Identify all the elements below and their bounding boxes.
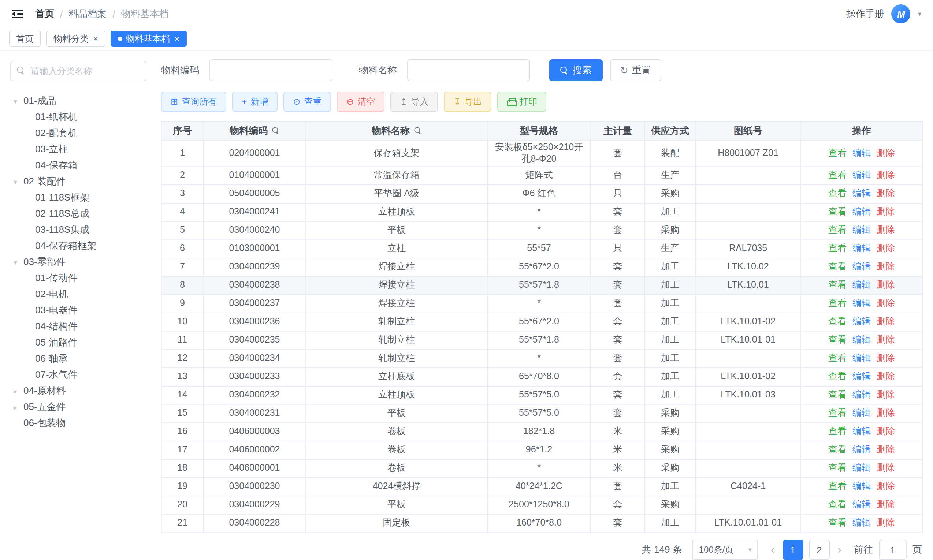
tree-subitem[interactable]: 05-油路件 — [10, 335, 146, 351]
clear-button[interactable]: ⊖清空 — [337, 91, 385, 112]
tree-item[interactable]: ▸05-五金件 — [10, 399, 146, 415]
edit-link[interactable]: 编辑 — [853, 262, 871, 272]
edit-link[interactable]: 编辑 — [853, 408, 871, 418]
export-button[interactable]: ↧导出 — [444, 91, 492, 112]
material-code-input[interactable] — [209, 59, 333, 81]
search-button[interactable]: 搜索 — [549, 59, 603, 81]
view-link[interactable]: 查看 — [828, 317, 847, 327]
column-search-icon[interactable] — [272, 127, 279, 134]
tab-active[interactable]: 物料基本档× — [111, 31, 187, 47]
delete-link[interactable]: 删除 — [877, 189, 895, 199]
tree-subitem[interactable]: 02-电机 — [10, 286, 146, 302]
view-link[interactable]: 查看 — [828, 335, 847, 345]
view-link[interactable]: 查看 — [828, 390, 847, 400]
caret-down-icon[interactable]: ▾ — [12, 258, 19, 266]
delete-link[interactable]: 删除 — [877, 335, 895, 345]
delete-link[interactable]: 删除 — [877, 445, 895, 455]
edit-link[interactable]: 编辑 — [853, 371, 871, 382]
add-button[interactable]: +新增 — [232, 91, 277, 112]
view-link[interactable]: 查看 — [828, 189, 847, 199]
view-link[interactable]: 查看 — [828, 298, 847, 309]
page-size-select[interactable]: 100条/页 ▾ — [693, 540, 758, 560]
manual-link[interactable]: 操作手册 — [846, 7, 884, 20]
delete-link[interactable]: 删除 — [877, 390, 895, 400]
view-link[interactable]: 查看 — [828, 481, 847, 492]
material-name-input[interactable] — [407, 59, 530, 81]
caret-down-icon[interactable]: ▾ — [12, 177, 19, 186]
delete-link[interactable]: 删除 — [877, 207, 895, 217]
next-page-icon[interactable]: › — [835, 544, 844, 556]
import-button[interactable]: ↥导入 — [390, 91, 438, 112]
query-all-button[interactable]: ⊞查询所有 — [161, 91, 226, 112]
edit-link[interactable]: 编辑 — [853, 518, 871, 528]
delete-link[interactable]: 删除 — [877, 170, 895, 180]
view-link[interactable]: 查看 — [828, 280, 847, 290]
view-link[interactable]: 查看 — [828, 148, 847, 158]
tree-item[interactable]: ▾01-成品 — [10, 93, 146, 109]
close-icon[interactable]: × — [93, 34, 98, 43]
edit-link[interactable]: 编辑 — [853, 189, 871, 199]
avatar[interactable]: M — [891, 5, 911, 23]
delete-link[interactable]: 删除 — [877, 426, 895, 437]
tree-item[interactable]: ▸04-原材料 — [10, 383, 146, 399]
edit-link[interactable]: 编辑 — [853, 148, 871, 158]
edit-link[interactable]: 编辑 — [853, 481, 871, 492]
edit-link[interactable]: 编辑 — [853, 335, 871, 345]
delete-link[interactable]: 删除 — [877, 463, 895, 473]
delete-link[interactable]: 删除 — [877, 225, 895, 235]
view-link[interactable]: 查看 — [828, 426, 847, 437]
edit-link[interactable]: 编辑 — [853, 463, 871, 473]
collapse-sidebar-icon[interactable] — [12, 9, 23, 18]
edit-link[interactable]: 编辑 — [853, 353, 871, 363]
edit-link[interactable]: 编辑 — [853, 426, 871, 437]
delete-link[interactable]: 删除 — [877, 518, 895, 528]
delete-link[interactable]: 删除 — [877, 317, 895, 327]
tree-subitem[interactable]: 03-电器件 — [10, 302, 146, 318]
tab-item[interactable]: 物料分类× — [46, 31, 105, 47]
edit-link[interactable]: 编辑 — [853, 243, 871, 254]
view-link[interactable]: 查看 — [828, 262, 847, 272]
view-link[interactable]: 查看 — [828, 371, 847, 382]
view-link[interactable]: 查看 — [828, 207, 847, 217]
delete-link[interactable]: 删除 — [877, 148, 895, 158]
view-link[interactable]: 查看 — [828, 518, 847, 528]
close-icon[interactable]: × — [174, 34, 179, 43]
delete-link[interactable]: 删除 — [877, 371, 895, 382]
page-button-1[interactable]: 1 — [782, 540, 803, 560]
caret-right-icon[interactable]: ▸ — [12, 403, 19, 411]
view-link[interactable]: 查看 — [828, 225, 847, 235]
view-link[interactable]: 查看 — [828, 353, 847, 363]
delete-link[interactable]: 删除 — [877, 280, 895, 290]
tree-subitem[interactable]: 04-保存箱框架 — [10, 238, 146, 254]
tree-subitem[interactable]: 03-立柱 — [10, 141, 146, 157]
tree-subitem[interactable]: 02-配套机 — [10, 125, 146, 141]
edit-link[interactable]: 编辑 — [853, 225, 871, 235]
edit-link[interactable]: 编辑 — [853, 207, 871, 217]
tree-subitem[interactable]: 07-水气件 — [10, 367, 146, 383]
tree-subitem[interactable]: 01-传动件 — [10, 270, 146, 286]
edit-link[interactable]: 编辑 — [853, 390, 871, 400]
check-duplicate-button[interactable]: ⊙查重 — [283, 91, 331, 112]
breadcrumb-section[interactable]: 料品档案 — [68, 7, 106, 20]
edit-link[interactable]: 编辑 — [853, 298, 871, 309]
category-search-input[interactable] — [10, 61, 146, 81]
tree-subitem[interactable]: 03-118S集成 — [10, 222, 146, 238]
chevron-down-icon[interactable]: ▾ — [918, 10, 921, 18]
tree-item[interactable]: ▾03-零部件 — [10, 254, 146, 270]
delete-link[interactable]: 删除 — [877, 408, 895, 418]
edit-link[interactable]: 编辑 — [853, 280, 871, 290]
view-link[interactable]: 查看 — [828, 243, 847, 254]
tree-subitem[interactable]: 02-118S总成 — [10, 206, 146, 222]
edit-link[interactable]: 编辑 — [853, 500, 871, 510]
view-link[interactable]: 查看 — [828, 463, 847, 473]
delete-link[interactable]: 删除 — [877, 262, 895, 272]
caret-down-icon[interactable]: ▾ — [12, 97, 19, 105]
tree-subitem[interactable]: 04-保存箱 — [10, 157, 146, 174]
caret-right-icon[interactable]: ▸ — [12, 387, 19, 395]
tree-subitem[interactable]: 04-结构件 — [10, 318, 146, 335]
goto-page-input[interactable] — [879, 540, 907, 560]
column-search-icon[interactable] — [414, 127, 421, 134]
page-button-2[interactable]: 2 — [809, 540, 829, 560]
edit-link[interactable]: 编辑 — [853, 445, 871, 455]
prev-page-icon[interactable]: ‹ — [768, 544, 777, 556]
